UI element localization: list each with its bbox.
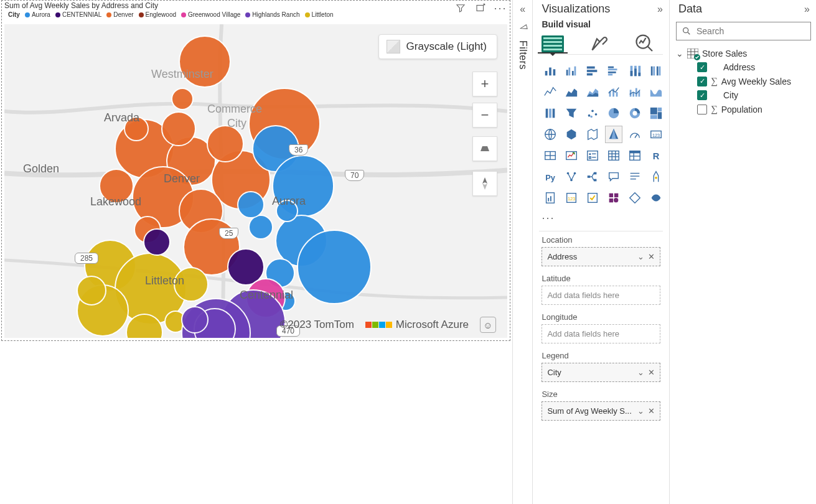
viz-py[interactable]: Py (542, 168, 559, 185)
map-bubble[interactable] (174, 267, 209, 302)
legend-item[interactable]: Greenwood Village (181, 11, 240, 18)
viz-lc[interactable] (605, 83, 622, 101)
map-visual[interactable]: Sum of Avg Weekly Sales by Address and C… (1, 0, 510, 341)
map-bubble[interactable] (248, 215, 273, 240)
well-size[interactable]: Sum of Avg Weekly S...⌄✕ (542, 401, 660, 421)
build-visual-tab[interactable] (542, 34, 564, 53)
map-bubble[interactable] (237, 191, 265, 218)
viz-card[interactable]: 123 (647, 126, 665, 143)
map-bubble[interactable] (99, 169, 134, 203)
viz-narr[interactable] (626, 168, 644, 185)
remove-icon[interactable]: ✕ (648, 406, 655, 416)
viz-ribbon[interactable] (647, 83, 665, 101)
viz-funnel[interactable] (563, 105, 580, 122)
viz-tree[interactable] (647, 105, 665, 122)
field-population[interactable]: ∑Population (676, 102, 811, 116)
map-bubble[interactable] (181, 306, 209, 334)
viz-kdi[interactable] (563, 168, 580, 185)
legend-item[interactable]: Littleton (305, 11, 334, 18)
viz-map[interactable] (542, 126, 559, 143)
table-store-sales[interactable]: ⌄ Store Sales (676, 47, 811, 60)
field-address[interactable]: ✓Address (676, 60, 811, 74)
data-search[interactable] (676, 22, 811, 40)
expand-filters-icon[interactable]: « (520, 4, 525, 15)
viz-kpi[interactable] (563, 147, 580, 164)
viz-sb100[interactable] (626, 62, 644, 80)
more-options-icon[interactable]: ··· (495, 2, 506, 14)
feedback-icon[interactable]: ☺ (480, 317, 496, 333)
chevron-down-icon[interactable]: ⌄ (637, 252, 644, 261)
map-bubble[interactable] (161, 111, 196, 146)
viz-area[interactable] (563, 83, 580, 101)
compass-button[interactable] (472, 171, 497, 196)
legend-item[interactable]: Englewood (139, 11, 176, 18)
viz-pauto[interactable] (584, 189, 601, 207)
map-bubble[interactable] (179, 35, 231, 88)
field-city[interactable]: ✓City (676, 88, 811, 102)
map-bubble[interactable] (171, 88, 194, 110)
filters-pane-collapsed[interactable]: « ◅ Filters (512, 0, 533, 504)
map-bubble[interactable] (276, 200, 298, 222)
checkbox[interactable]: ✓ (697, 77, 707, 86)
well-legend[interactable]: City⌄✕ (542, 363, 660, 382)
zoom-out-button[interactable]: − (472, 103, 497, 128)
chevron-down-icon[interactable]: ⌄ (637, 368, 644, 377)
viz-pscore[interactable]: 123 (563, 189, 580, 207)
viz-goals[interactable] (647, 168, 665, 185)
search-input[interactable] (696, 26, 805, 36)
viz-r[interactable]: R (647, 147, 665, 164)
checkbox[interactable]: ✓ (697, 62, 707, 72)
viz-pv2[interactable] (647, 189, 665, 207)
remove-icon[interactable]: ✕ (648, 252, 655, 261)
field-avg-weekly-sales[interactable]: ✓∑Avg Weekly Sales (676, 74, 811, 88)
viz-pie[interactable] (605, 105, 622, 122)
viz-papp[interactable] (605, 189, 622, 207)
analytics-tab[interactable] (634, 34, 656, 53)
azure-map[interactable]: WestminsterCommerceCityArvadaGoldenDenve… (4, 24, 507, 338)
viz-table[interactable] (605, 147, 622, 164)
format-visual-tab[interactable] (588, 34, 610, 53)
focus-mode-icon[interactable] (475, 2, 486, 14)
viz-azmap[interactable] (605, 126, 622, 143)
viz-gauge[interactable] (626, 126, 644, 143)
viz-pv1[interactable] (626, 189, 644, 207)
chevron-down-icon[interactable]: ⌄ (637, 406, 644, 416)
viz-qa[interactable] (605, 168, 622, 185)
viz-line[interactable] (542, 83, 559, 101)
viz-shape[interactable] (584, 126, 601, 143)
checkbox[interactable] (697, 105, 707, 114)
remove-icon[interactable]: ✕ (648, 368, 655, 377)
legend-item[interactable]: Aurora (25, 11, 50, 18)
well-longitude[interactable]: Add data fields here (542, 324, 660, 343)
viz-mrow[interactable] (542, 147, 559, 164)
collapse-data-icon[interactable]: » (804, 4, 810, 15)
collapse-visualizations-icon[interactable]: » (657, 4, 663, 15)
report-canvas[interactable]: Sum of Avg Weekly Sales by Address and C… (0, 0, 512, 504)
legend-item[interactable]: Highlands Ranch (245, 11, 299, 18)
pitch-button[interactable] (472, 136, 497, 161)
viz-scatter[interactable] (584, 105, 601, 122)
viz-cb100[interactable] (647, 62, 665, 80)
checkbox[interactable]: ✓ (697, 90, 707, 100)
viz-lc2[interactable] (626, 83, 644, 101)
more-visuals-button[interactable]: ··· (533, 210, 669, 230)
well-location[interactable]: Address⌄✕ (542, 247, 660, 266)
viz-col[interactable] (542, 105, 559, 122)
map-bubble[interactable] (77, 276, 106, 306)
legend-item[interactable]: CENTENNIAL (55, 11, 101, 18)
zoom-in-button[interactable]: + (472, 72, 497, 96)
well-latitude[interactable]: Add data fields here (542, 286, 660, 305)
viz-prpt[interactable] (542, 189, 559, 207)
map-bubble[interactable] (207, 125, 244, 162)
viz-fmap[interactable] (563, 126, 580, 143)
viz-sbh[interactable] (584, 62, 601, 80)
map-style-selector[interactable]: Grayscale (Light) (378, 34, 497, 59)
viz-slicer[interactable] (584, 147, 601, 164)
filter-icon[interactable] (455, 2, 466, 14)
viz-cbh[interactable] (605, 62, 622, 80)
map-bubble[interactable] (143, 228, 171, 256)
viz-cbar[interactable] (563, 62, 580, 80)
viz-donut[interactable] (626, 105, 644, 122)
viz-decomp[interactable] (584, 168, 601, 185)
viz-matrix[interactable] (626, 147, 644, 164)
